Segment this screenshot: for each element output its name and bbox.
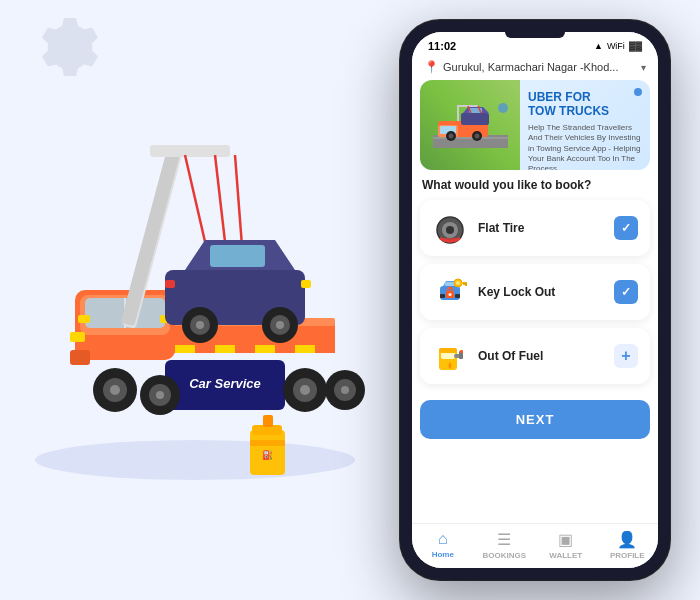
svg-point-42 bbox=[300, 385, 310, 395]
nav-item-bookings[interactable]: ☰ BOOKINGS bbox=[474, 530, 536, 560]
bottom-nav: ⌂ Home ☰ BOOKINGS ▣ WALLET 👤 PROFILE bbox=[412, 523, 658, 568]
svg-rect-50 bbox=[263, 415, 273, 427]
svg-point-78 bbox=[456, 281, 460, 285]
phone-notch bbox=[505, 32, 565, 38]
location-pin-icon: 📍 bbox=[424, 60, 439, 74]
location-text: Gurukul, Karmachari Nagar -Khod... bbox=[443, 61, 637, 73]
truck-illustration-area: Car Service ⛽ bbox=[0, 60, 390, 540]
location-bar[interactable]: 📍 Gurukul, Karmachari Nagar -Khod... ▾ bbox=[412, 56, 658, 80]
wallet-icon: ▣ bbox=[558, 530, 573, 549]
status-time: 11:02 bbox=[428, 40, 456, 52]
svg-point-68 bbox=[498, 103, 508, 113]
svg-rect-74 bbox=[445, 282, 455, 286]
banner-description: Help The Stranded Travellers And Their V… bbox=[528, 123, 642, 170]
home-icon: ⌂ bbox=[438, 530, 448, 548]
svg-rect-72 bbox=[442, 238, 458, 242]
nav-item-home[interactable]: ⌂ Home bbox=[412, 530, 474, 560]
banner-title: UBER FORTOW TRUCKS bbox=[528, 90, 642, 119]
banner-content: UBER FORTOW TRUCKS Help The Stranded Tra… bbox=[520, 80, 650, 170]
phone-content: What would you like to book? Flat bbox=[412, 178, 658, 523]
svg-text:Car Service: Car Service bbox=[189, 376, 261, 391]
svg-point-83 bbox=[449, 293, 452, 296]
svg-point-59 bbox=[448, 133, 453, 138]
svg-rect-81 bbox=[465, 282, 467, 286]
svg-point-0 bbox=[35, 440, 355, 480]
svg-rect-25 bbox=[165, 280, 175, 288]
key-lockout-label: Key Lock Out bbox=[478, 285, 604, 299]
flat-tire-icon-wrap bbox=[432, 210, 468, 246]
bookings-icon: ☰ bbox=[497, 530, 511, 549]
nav-item-profile[interactable]: 👤 PROFILE bbox=[597, 530, 659, 560]
svg-rect-86 bbox=[439, 348, 457, 353]
wallet-label: WALLET bbox=[549, 551, 582, 560]
phone-wrapper: 11:02 ▲ WiFi ▓▓ 📍 Gurukul, Karmachari Na… bbox=[400, 20, 670, 580]
bookings-label: BOOKINGS bbox=[482, 551, 526, 560]
profile-label: PROFILE bbox=[610, 551, 645, 560]
out-of-fuel-check[interactable]: + bbox=[614, 344, 638, 368]
svg-rect-6 bbox=[175, 345, 195, 353]
svg-point-28 bbox=[196, 321, 204, 329]
profile-icon: 👤 bbox=[617, 530, 637, 549]
svg-rect-80 bbox=[463, 282, 465, 285]
phone-screen: 11:02 ▲ WiFi ▓▓ 📍 Gurukul, Karmachari Na… bbox=[412, 32, 658, 568]
flat-tire-label: Flat Tire bbox=[478, 221, 604, 235]
phone-outer: 11:02 ▲ WiFi ▓▓ 📍 Gurukul, Karmachari Na… bbox=[400, 20, 670, 580]
svg-rect-14 bbox=[78, 315, 90, 323]
next-button[interactable]: NEXT bbox=[420, 400, 650, 439]
svg-point-61 bbox=[474, 133, 479, 138]
svg-rect-89 bbox=[460, 350, 463, 353]
svg-rect-76 bbox=[455, 294, 460, 298]
wifi-icon: WiFi bbox=[607, 41, 625, 51]
svg-point-71 bbox=[446, 226, 454, 234]
svg-rect-46 bbox=[70, 350, 90, 365]
svg-point-39 bbox=[156, 391, 164, 399]
service-item-key-lockout[interactable]: Key Lock Out ✓ bbox=[420, 264, 650, 320]
battery-icon: ▓▓ bbox=[629, 41, 642, 51]
flat-tire-check[interactable]: ✓ bbox=[614, 216, 638, 240]
home-label: Home bbox=[432, 550, 454, 559]
out-of-fuel-icon-wrap bbox=[432, 338, 468, 374]
svg-rect-23 bbox=[210, 245, 265, 267]
svg-rect-75 bbox=[440, 294, 445, 298]
key-lockout-check[interactable]: ✓ bbox=[614, 280, 638, 304]
out-of-fuel-label: Out Of Fuel bbox=[478, 349, 604, 363]
key-lockout-icon-wrap bbox=[432, 274, 468, 310]
svg-point-31 bbox=[276, 321, 284, 329]
chevron-down-icon: ▾ bbox=[641, 62, 646, 73]
svg-rect-7 bbox=[215, 345, 235, 353]
svg-text:⛽: ⛽ bbox=[262, 449, 274, 461]
nav-item-wallet[interactable]: ▣ WALLET bbox=[535, 530, 597, 560]
svg-point-45 bbox=[341, 386, 349, 394]
svg-rect-62 bbox=[461, 113, 489, 125]
promo-banner[interactable]: UBER FORTOW TRUCKS Help The Stranded Tra… bbox=[420, 80, 650, 170]
status-icons: ▲ WiFi ▓▓ bbox=[594, 41, 642, 51]
banner-image bbox=[420, 80, 520, 170]
section-title: What would you like to book? bbox=[420, 178, 650, 192]
service-item-flat-tire[interactable]: Flat Tire ✓ bbox=[420, 200, 650, 256]
svg-rect-54 bbox=[433, 137, 508, 139]
service-item-out-of-fuel[interactable]: Out Of Fuel + bbox=[420, 328, 650, 384]
banner-dot bbox=[634, 88, 642, 96]
svg-rect-8 bbox=[255, 345, 275, 353]
svg-rect-51 bbox=[250, 440, 285, 446]
svg-rect-18 bbox=[150, 145, 230, 157]
signal-icon: ▲ bbox=[594, 41, 603, 51]
svg-rect-9 bbox=[295, 345, 315, 353]
svg-point-36 bbox=[110, 385, 120, 395]
svg-rect-24 bbox=[301, 280, 311, 288]
svg-rect-47 bbox=[70, 332, 85, 342]
